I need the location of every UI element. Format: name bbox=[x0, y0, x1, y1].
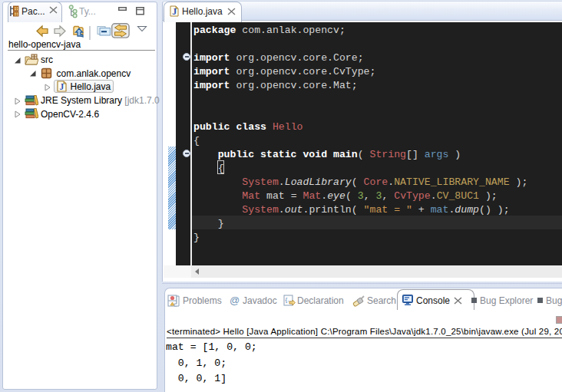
svg-text:J: J bbox=[59, 82, 64, 91]
svg-text:J: J bbox=[172, 6, 177, 17]
